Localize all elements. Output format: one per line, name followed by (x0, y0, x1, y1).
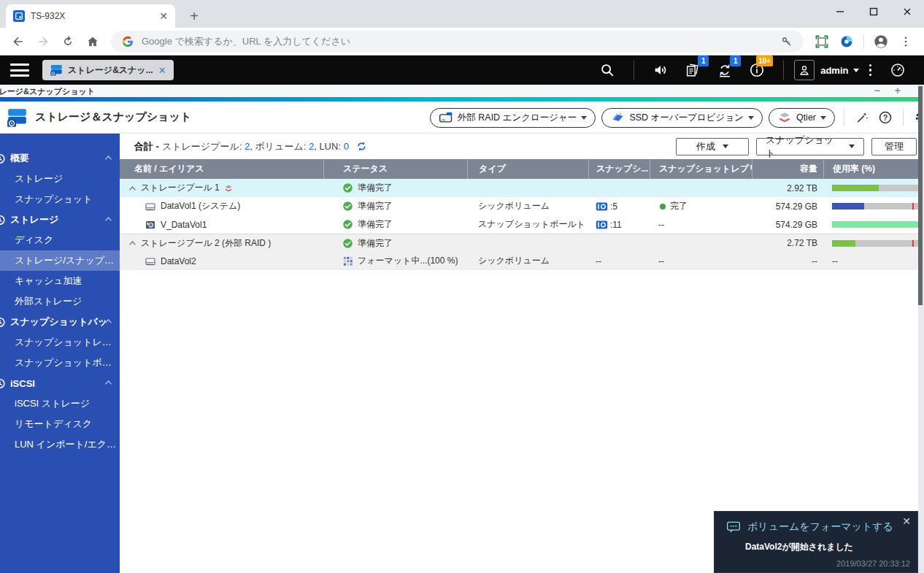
admin-menu-label[interactable]: admin (820, 65, 848, 76)
row-snapshot-count: :5 (610, 201, 617, 212)
sidebar-item[interactable]: 外部ストレージ (0, 291, 120, 312)
qtier-button[interactable]: Qtier (769, 108, 835, 128)
notifications-button[interactable]: 1 (715, 61, 734, 80)
column-header[interactable]: スナップシ... (588, 159, 650, 179)
column-header[interactable]: 容量 (752, 159, 823, 179)
qts-window-maximize[interactable]: + (895, 85, 901, 96)
extension-frame-button[interactable] (812, 31, 832, 52)
sidebar-item[interactable]: リモートディスク (0, 414, 120, 434)
row-replica-status: -- (658, 256, 664, 266)
refresh-icon[interactable] (356, 141, 367, 152)
column-header[interactable]: ステータス (323, 159, 467, 179)
address-bar[interactable]: Google で検索するか、URL を入力してください (111, 31, 804, 53)
home-button[interactable] (82, 31, 103, 52)
new-tab-button[interactable]: + (184, 6, 204, 26)
dropdown-caret-icon (820, 116, 826, 120)
browser-tab[interactable]: TS-932X ✕ (6, 4, 175, 28)
row-replica-status: 完了 (670, 200, 688, 212)
reload-button[interactable] (58, 31, 78, 52)
row-status: 準備完了 (358, 182, 393, 194)
events-badge: 1 (730, 55, 741, 66)
app-header: ストレージ＆スナップショット 外部 RAID エンクロージャー SSD オーバー… (0, 101, 924, 134)
sidebar-section[interactable]: ストレージ (0, 209, 120, 230)
main-area: 概要ストレージスナップショットストレージディスクストレージ/スナップショ...キ… (0, 134, 924, 573)
background-tasks-button[interactable]: 1 (683, 61, 702, 80)
browser-menu-button[interactable] (896, 31, 916, 52)
column-header[interactable]: スナップショットレプリカ (650, 159, 752, 179)
chevron-up-icon[interactable] (104, 216, 112, 222)
dashboard-button[interactable] (888, 61, 907, 80)
sidebar-item[interactable]: スナップショットボールト (0, 353, 120, 373)
sidebar-item[interactable]: キャッシュ加速 (0, 271, 120, 291)
tab-close-icon[interactable]: ✕ (159, 11, 168, 21)
expander-icon[interactable] (128, 240, 136, 246)
sidebar-item[interactable]: スナップショット (0, 189, 120, 209)
profile-button[interactable] (871, 31, 891, 52)
sidebar-section-icon (0, 215, 6, 226)
back-button[interactable] (8, 31, 28, 52)
external-raid-button[interactable]: 外部 RAID エンクロージャー (430, 108, 596, 128)
snapshot-button[interactable]: スナップショット (756, 138, 864, 155)
wizard-button[interactable] (853, 109, 871, 126)
qts-window-minimize[interactable]: − (874, 85, 880, 96)
chevron-up-icon[interactable] (104, 155, 112, 161)
column-header[interactable]: 使用率 (%) (823, 159, 924, 179)
sidebar-item-label: ストレージ (15, 172, 63, 185)
ssd-overprovision-button[interactable]: SSD オーバープロビジョン (601, 108, 763, 128)
snapshot-button-label: スナップショット (766, 134, 842, 160)
help-button[interactable]: ? (877, 109, 894, 126)
sidebar-item-label: ストレージ (10, 213, 58, 226)
check-icon (342, 219, 353, 230)
sidebar-item[interactable]: LUN インポート/エクスポ... (0, 434, 120, 455)
manage-button-label: 管理 (885, 140, 904, 153)
sidebar-item[interactable]: iSCSI ストレージ (0, 393, 120, 414)
search-button[interactable] (598, 61, 617, 80)
minimize-button[interactable] (823, 0, 857, 23)
row-capacity: 2.72 TB (787, 238, 817, 248)
main-menu-button[interactable] (10, 64, 29, 77)
key-icon[interactable] (780, 35, 793, 48)
sidebar-item[interactable]: ストレージ/スナップショ... (0, 250, 120, 271)
sidebar-item-label: 概要 (10, 152, 29, 165)
more-options-button[interactable] (869, 64, 872, 77)
summary-count-value: 0 (344, 141, 349, 152)
forward-button[interactable] (33, 31, 53, 52)
sidebar-item[interactable]: ストレージ (0, 169, 120, 189)
summary-total-label: 合計 - (134, 140, 159, 153)
sidebar-item[interactable]: ディスク (0, 230, 120, 250)
sidebar-item[interactable]: スナップショットレプリカ (0, 332, 120, 353)
open-app-tab[interactable]: ストレージ&スナッ... ✕ (42, 60, 174, 80)
sidebar-section[interactable]: スナップショットバッ (0, 312, 120, 332)
create-button[interactable]: 作成 (676, 138, 749, 155)
column-header[interactable]: 名前 / エイリアス (120, 159, 323, 179)
app-logo-icon (6, 107, 28, 128)
expander-icon[interactable] (128, 185, 136, 191)
manage-button[interactable]: 管理 (871, 138, 917, 155)
table-row[interactable]: ストレージプール 2 (外部 RAID )準備完了2.72 TB (120, 234, 924, 252)
chevron-up-icon[interactable] (104, 318, 112, 324)
maximize-button[interactable] (857, 0, 890, 23)
scrollbar-thumb[interactable] (918, 86, 923, 305)
extension-circle-button[interactable] (836, 31, 857, 52)
column-header[interactable]: タイプ (467, 159, 588, 179)
row-snapshot-count: :11 (610, 220, 622, 230)
table-row[interactable]: DataVol1 (システム)準備完了シックボリューム:5完了574.29 GB (120, 197, 924, 215)
sidebar-section[interactable]: 概要 (0, 148, 120, 169)
toast-close-icon[interactable]: ✕ (902, 515, 911, 527)
volume-button[interactable] (651, 61, 670, 80)
close-button[interactable] (890, 0, 924, 23)
sidebar-item-label: 外部ストレージ (15, 295, 82, 308)
chevron-up-icon[interactable] (104, 380, 112, 385)
app-tab-close-icon[interactable]: ✕ (158, 65, 166, 76)
user-avatar[interactable] (794, 60, 815, 80)
sidebar-item-label: スナップショットレプリカ (15, 336, 120, 349)
tab-favicon-icon (13, 10, 25, 22)
row-type: シックボリューム (478, 200, 550, 212)
info-button[interactable]: 10+ (747, 61, 766, 80)
table-row[interactable]: V_DataVol1準備完了スナップショットボールト (...:11--574.… (120, 215, 924, 234)
sidebar-section[interactable]: iSCSI (0, 373, 120, 393)
table-row[interactable]: ストレージプール 1準備完了2.92 TB (120, 179, 924, 197)
circle-extension-icon (839, 34, 854, 49)
home-icon (85, 34, 100, 49)
table-row[interactable]: DataVol2フォーマット中...(100 %)シックボリューム-------… (120, 252, 924, 270)
